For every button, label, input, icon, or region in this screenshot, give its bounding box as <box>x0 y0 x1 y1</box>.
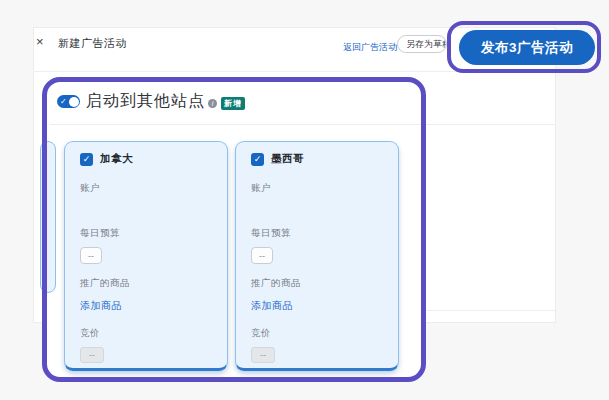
bid-input[interactable]: -- <box>80 347 104 363</box>
country-label: 加拿大 <box>100 152 133 166</box>
page-title: 新建广告活动 <box>58 36 127 51</box>
bid-label: 竞价 <box>251 327 388 340</box>
daily-budget-input[interactable]: -- <box>80 247 102 264</box>
new-feature-badge: 新增 <box>221 97 245 110</box>
add-products-link[interactable]: 添加商品 <box>251 299 388 313</box>
section-divider <box>50 124 556 125</box>
launch-other-sites-toggle[interactable]: ✓ <box>57 95 80 108</box>
panel-lower-divider <box>426 310 557 311</box>
toggle-knob <box>69 97 79 107</box>
country-label: 墨西哥 <box>271 152 304 166</box>
promoted-products-label: 推广的商品 <box>80 277 217 290</box>
publish-button-highlight-annotation <box>447 21 601 73</box>
mexico-checkbox[interactable]: ✓ <box>251 153 264 166</box>
account-label: 账户 <box>80 182 217 195</box>
partial-country-card <box>40 141 56 293</box>
toggle-check-icon: ✓ <box>60 95 67 108</box>
close-icon[interactable]: × <box>36 35 44 48</box>
info-icon[interactable]: i <box>208 99 217 108</box>
daily-budget-label: 每日预算 <box>251 227 388 240</box>
country-card-mexico: ✓ 墨西哥 账户 每日预算 -- 推广的商品 添加商品 竞价 -- <box>235 141 399 371</box>
promoted-products-label: 推广的商品 <box>251 277 388 290</box>
back-to-campaigns-link[interactable]: 返回广告活动 <box>343 41 397 54</box>
bid-label: 竞价 <box>80 327 217 340</box>
canada-checkbox[interactable]: ✓ <box>80 153 93 166</box>
add-products-link[interactable]: 添加商品 <box>80 299 217 313</box>
bid-input[interactable]: -- <box>251 347 275 363</box>
daily-budget-input[interactable]: -- <box>251 247 273 264</box>
account-label: 账户 <box>251 182 388 195</box>
section-title: 启动到其他站点 <box>86 91 205 112</box>
country-card-canada: ✓ 加拿大 账户 每日预算 -- 推广的商品 添加商品 竞价 -- <box>64 141 228 371</box>
daily-budget-label: 每日预算 <box>80 227 217 240</box>
save-draft-button[interactable]: 另存为草稿 <box>397 35 447 53</box>
